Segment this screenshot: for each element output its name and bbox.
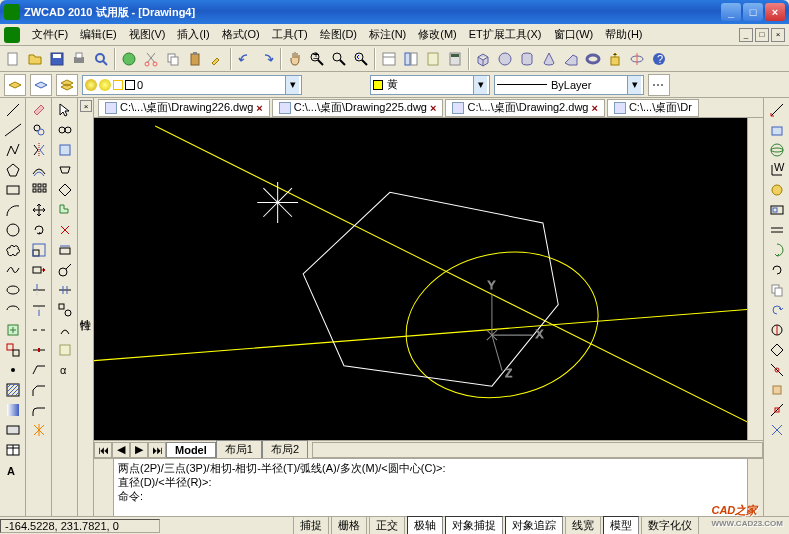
tab-layout2[interactable]: 布局2 (262, 440, 308, 459)
save-button[interactable] (46, 48, 68, 70)
copyclip-button[interactable] (766, 280, 788, 300)
regen-button[interactable] (766, 260, 788, 280)
join-button[interactable] (28, 360, 50, 380)
tool-b12[interactable] (54, 320, 76, 340)
revcloud-button[interactable] (2, 240, 24, 260)
linetype-dd-icon[interactable]: ▾ (627, 76, 641, 94)
drawing-canvas[interactable]: X Y Z (94, 118, 747, 440)
designcenter-button[interactable] (400, 48, 422, 70)
matchprop-button[interactable] (206, 48, 228, 70)
tool-b3[interactable] (54, 140, 76, 160)
region-button[interactable] (2, 420, 24, 440)
menu-draw[interactable]: 绘图(D) (314, 25, 363, 44)
revolve-button[interactable] (626, 48, 648, 70)
move-button[interactable] (28, 200, 50, 220)
gradient-button[interactable] (2, 400, 24, 420)
fillet-button[interactable] (28, 400, 50, 420)
scale-button[interactable] (28, 240, 50, 260)
stretch-button[interactable] (28, 260, 50, 280)
menu-format[interactable]: 格式(O) (216, 25, 266, 44)
explode-button[interactable] (28, 420, 50, 440)
tool-b7[interactable] (54, 220, 76, 240)
open-button[interactable] (24, 48, 46, 70)
menu-dimension[interactable]: 标注(N) (363, 25, 412, 44)
copy-button[interactable] (162, 48, 184, 70)
ortho-toggle[interactable]: 正交 (369, 516, 405, 534)
layer-dd-icon[interactable]: ▾ (285, 76, 299, 94)
menu-et[interactable]: ET扩展工具(X) (463, 25, 548, 44)
layerstate-button[interactable] (56, 74, 78, 96)
command-text[interactable]: 两点(2P)/三点(3P)/相切-相切-半径(T)/弧线(A)/多次(M)/<圆… (114, 459, 747, 516)
menu-insert[interactable]: 插入(I) (171, 25, 215, 44)
otrack-toggle[interactable]: 对象追踪 (505, 516, 563, 534)
chamfer-button[interactable] (28, 380, 50, 400)
doctab-1[interactable]: C:\...\桌面\Drawing225.dwg× (272, 99, 444, 117)
zoomwin-button[interactable] (328, 48, 350, 70)
color-dd-icon[interactable]: ▾ (473, 76, 487, 94)
rectangle-button[interactable] (2, 180, 24, 200)
tool-r14[interactable] (766, 360, 788, 380)
tool-b11[interactable] (54, 300, 76, 320)
preview-button[interactable] (90, 48, 112, 70)
layer-dropdown[interactable]: 0 ▾ (82, 75, 302, 95)
tab-layout1[interactable]: 布局1 (216, 440, 262, 459)
layerprev-button[interactable] (30, 74, 52, 96)
break-button[interactable] (28, 320, 50, 340)
tool-r15[interactable] (766, 380, 788, 400)
help-button[interactable]: ? (648, 48, 670, 70)
menu-edit[interactable]: 编辑(E) (74, 25, 123, 44)
menu-tools[interactable]: 工具(T) (266, 25, 314, 44)
cone-button[interactable] (538, 48, 560, 70)
arc-button[interactable] (2, 200, 24, 220)
snap-toggle[interactable]: 捕捉 (293, 516, 329, 534)
layermgr-button[interactable] (4, 74, 26, 96)
copy2-button[interactable] (28, 120, 50, 140)
calc-button[interactable] (444, 48, 466, 70)
maximize-button[interactable]: □ (743, 3, 763, 21)
menu-file[interactable]: 文件(F) (26, 25, 74, 44)
sheet-first-button[interactable]: ⏮ (94, 442, 112, 458)
grid-toggle[interactable]: 栅格 (331, 516, 367, 534)
tool-r12[interactable] (766, 320, 788, 340)
tool-r16[interactable] (766, 400, 788, 420)
minimize-button[interactable]: _ (721, 3, 741, 21)
hatch-button[interactable] (2, 380, 24, 400)
mdi-close-button[interactable]: × (771, 28, 785, 42)
tool-b4[interactable] (54, 160, 76, 180)
rotate-button[interactable] (28, 220, 50, 240)
undo-button[interactable] (234, 48, 256, 70)
cylinder-button[interactable] (516, 48, 538, 70)
close-button[interactable]: × (765, 3, 785, 21)
tab-close-icon[interactable]: × (430, 102, 436, 114)
tool-b9[interactable] (54, 260, 76, 280)
wedge-button[interactable] (560, 48, 582, 70)
pline-button[interactable] (2, 140, 24, 160)
menu-modify[interactable]: 修改(M) (412, 25, 463, 44)
tool-b5[interactable] (54, 180, 76, 200)
tool-b8[interactable] (54, 240, 76, 260)
wcs-button[interactable]: W (766, 160, 788, 180)
named-button[interactable] (766, 180, 788, 200)
osnap-toggle[interactable]: 对象捕捉 (445, 516, 503, 534)
ellipse-button[interactable] (2, 280, 24, 300)
sheet-last-button[interactable]: ⏭ (148, 442, 166, 458)
paste-button[interactable] (184, 48, 206, 70)
vscrollbar[interactable] (747, 118, 763, 440)
box-button[interactable] (472, 48, 494, 70)
publish-button[interactable] (118, 48, 140, 70)
tool-r13[interactable] (766, 340, 788, 360)
break2-button[interactable] (28, 340, 50, 360)
tool-b13[interactable] (54, 340, 76, 360)
redo-button[interactable] (256, 48, 278, 70)
tab-model[interactable]: Model (166, 442, 216, 458)
3dview-button[interactable] (766, 200, 788, 220)
tablet-toggle[interactable]: 数字化仪 (641, 516, 699, 534)
3dorbit-button[interactable] (766, 140, 788, 160)
new-button[interactable] (2, 48, 24, 70)
circle-button[interactable] (2, 220, 24, 240)
spline-button[interactable] (2, 260, 24, 280)
sphere-button[interactable] (494, 48, 516, 70)
mirror-button[interactable] (28, 140, 50, 160)
sheet-next-button[interactable]: ▶ (130, 442, 148, 458)
doctab-2[interactable]: C:\...\桌面\Drawing2.dwg× (445, 99, 604, 117)
